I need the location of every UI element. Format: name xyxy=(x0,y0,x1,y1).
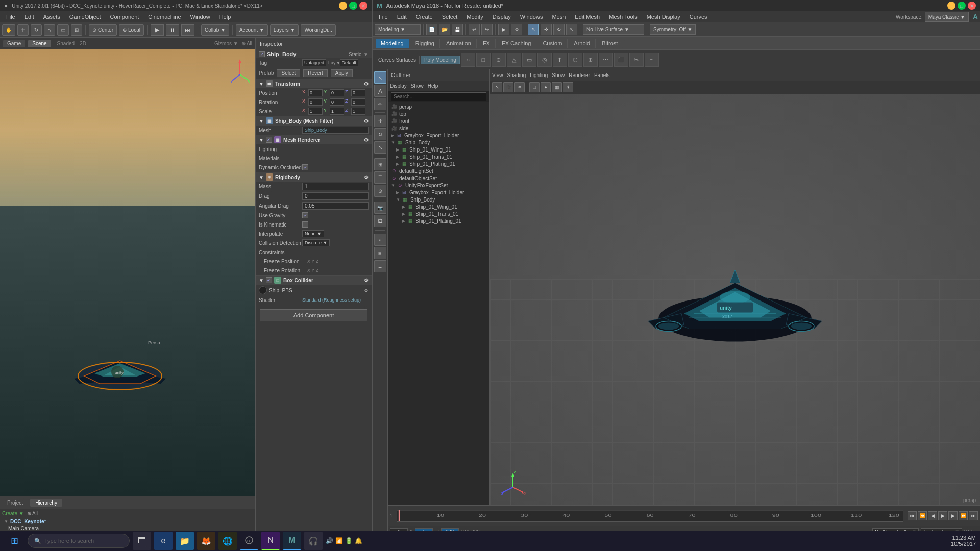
vp-grid[interactable]: # xyxy=(514,82,525,92)
vp-smooth[interactable]: ● xyxy=(541,82,551,92)
task-view-btn[interactable]: 🗔 xyxy=(133,532,151,550)
open-scene-btn[interactable]: 📂 xyxy=(439,24,450,35)
outliner-menu-help[interactable]: Help xyxy=(428,83,438,89)
viewport-3d[interactable]: unity 2017 xyxy=(490,94,980,505)
outliner-persp[interactable]: 🎥 persp xyxy=(388,103,489,110)
shelf-tab-curves[interactable]: Curves Surfaces xyxy=(375,56,420,64)
maya-menu-editmesh[interactable]: Edit Mesh xyxy=(571,13,604,21)
explorer-btn[interactable]: 📁 xyxy=(176,532,194,550)
prev-key-btn[interactable]: ⏪ xyxy=(918,511,927,520)
maya-menu-curves[interactable]: Curves xyxy=(685,13,712,21)
shelf-torus-btn[interactable]: ◎ xyxy=(537,53,552,67)
module-tab-custom[interactable]: Custom xyxy=(537,39,568,48)
apply-btn[interactable]: Apply xyxy=(331,69,353,77)
outliner-default-object-set[interactable]: ⊙ defaultObjectSet xyxy=(388,174,489,182)
collision-dropdown[interactable]: Discrete ▼ xyxy=(302,239,330,246)
audio-btn[interactable]: 🎧 xyxy=(304,532,323,550)
tag-field[interactable]: Untagged xyxy=(302,59,326,66)
maya-menu-meshtools[interactable]: Mesh Tools xyxy=(605,13,641,21)
shelf-multicut-btn[interactable]: ✂ xyxy=(629,53,644,67)
transform-header[interactable]: ▼ ⇄ Transform ⚙ xyxy=(256,79,372,88)
next-frame-btn[interactable]: ▶ xyxy=(948,511,958,520)
pos-x-field[interactable] xyxy=(308,89,323,96)
unity-close-btn[interactable]: ✕ xyxy=(359,2,368,10)
go-to-end-btn[interactable]: ⏭ xyxy=(969,511,978,520)
onenote-btn[interactable]: N xyxy=(261,532,280,550)
mesh-field[interactable]: Ship_Body xyxy=(302,127,369,134)
shelf-sphere-btn[interactable]: ○ xyxy=(461,53,475,67)
collab-btn[interactable]: Collab ▼ xyxy=(201,24,229,36)
render-view[interactable]: 🖼 xyxy=(374,215,386,227)
redo-btn[interactable]: ↪ xyxy=(481,24,493,35)
scene-tab-game[interactable]: Game xyxy=(3,40,25,47)
render-settings-btn[interactable]: ⚙ xyxy=(511,24,522,35)
is-kinematic-checkbox[interactable] xyxy=(302,221,308,228)
meshrenderer-gear-icon[interactable]: ⚙ xyxy=(364,137,369,143)
timeline-track[interactable]: 10 20 30 40 50 60 70 80 90 100 110 120 xyxy=(397,510,903,522)
shelf-plane-btn[interactable]: ▭ xyxy=(522,53,536,67)
pos-y-field[interactable] xyxy=(330,89,344,96)
maya-maximize-btn[interactable]: □ xyxy=(958,2,966,10)
account-btn[interactable]: Account ▼ xyxy=(236,24,268,36)
move-tool-btn[interactable]: ✛ xyxy=(17,24,29,36)
outliner-side[interactable]: 🎥 side xyxy=(388,124,489,132)
vp-lighting[interactable]: ☀ xyxy=(563,82,573,92)
unity-menu-edit[interactable]: Edit xyxy=(20,13,38,21)
shelf-extrude-btn[interactable]: ⬆ xyxy=(553,53,567,67)
boxcollider-toggle[interactable] xyxy=(266,277,272,283)
scale-left[interactable]: ⤡ xyxy=(374,141,386,154)
pause-btn[interactable]: ⏸ xyxy=(166,24,179,36)
maya-close-btn[interactable]: ✕ xyxy=(968,2,976,10)
save-scene-btn[interactable]: 💾 xyxy=(452,24,463,35)
outliner-plating[interactable]: ▶ ▦ Ship_01_Plating_01 xyxy=(388,160,489,167)
module-tab-modeling[interactable]: Modeling xyxy=(376,39,409,48)
dynamic-occluded-checkbox[interactable] xyxy=(302,164,308,170)
maya-menu-select[interactable]: Select xyxy=(438,13,462,21)
outliner-wing2[interactable]: ▶ ▦ Ship_01_Wing_01 xyxy=(388,203,489,210)
vp-menu-view[interactable]: View xyxy=(492,72,503,78)
maya-menu-mesh[interactable]: Mesh xyxy=(548,13,570,21)
layout-btn[interactable]: WorkingDi... xyxy=(301,24,335,36)
chrome-btn[interactable]: 🌐 xyxy=(218,532,237,550)
hand-tool-btn[interactable]: ✋ xyxy=(2,24,15,36)
shelf-tab-polymodeling[interactable]: Poly Modeling xyxy=(421,56,460,64)
scale-tool-btn[interactable]: ⤡ xyxy=(566,24,577,35)
play-btn[interactable]: ▶ xyxy=(151,24,164,36)
prev-frame-btn[interactable]: ◀ xyxy=(928,511,937,520)
vp-camera[interactable]: 🎥 xyxy=(503,82,513,92)
lasso-tool[interactable]: ⋀ xyxy=(374,85,386,97)
outliner-ship-body2[interactable]: ▼ ▦ Ship_Body xyxy=(388,196,489,203)
snap-point[interactable]: ⊙ xyxy=(374,185,386,197)
go-to-start-btn[interactable]: ⏮ xyxy=(908,511,917,520)
paint-tool[interactable]: ✏ xyxy=(374,98,386,110)
rigidbody-gear-icon[interactable]: ⚙ xyxy=(364,174,369,180)
layout-single-btn[interactable]: ▪ xyxy=(374,234,386,246)
pivot-center-btn[interactable]: ⊙ Center xyxy=(89,24,117,36)
network-icon[interactable]: 📶 xyxy=(335,537,343,544)
mass-field[interactable] xyxy=(302,183,369,190)
static-dropdown-icon[interactable]: ▼ xyxy=(363,52,369,57)
rotate-left[interactable]: ↻ xyxy=(374,128,386,140)
live-surface-dropdown[interactable]: No Live Surface ▼ xyxy=(583,24,644,35)
unity-menu-help[interactable]: Help xyxy=(215,13,235,21)
unity-menu-window[interactable]: Window xyxy=(186,13,214,21)
module-tab-fxcaching[interactable]: FX Caching xyxy=(497,39,536,48)
outliner-wing[interactable]: ▶ ▦ Ship_01_Wing_01 xyxy=(388,146,489,153)
outliner-menu-show[interactable]: Show xyxy=(411,83,424,89)
move-tool-btn[interactable]: ✛ xyxy=(541,24,552,35)
transform-gear-icon[interactable]: ⚙ xyxy=(364,81,369,87)
unity-taskbar-btn[interactable]: U xyxy=(240,532,258,550)
boxcollider-header[interactable]: ▼ □ Box Collider ⚙ xyxy=(256,276,372,285)
outliner-default-light-set[interactable]: ⊙ defaultLightSet xyxy=(388,167,489,174)
layout-stacked-btn[interactable]: ☰ xyxy=(374,260,386,272)
rect-tool-btn[interactable]: ▭ xyxy=(57,24,69,36)
maya-menu-edit[interactable]: Edit xyxy=(393,13,411,21)
module-tab-rigging[interactable]: Rigging xyxy=(410,39,440,48)
maya-menu-meshdisplay[interactable]: Mesh Display xyxy=(643,13,684,21)
multi-tool-btn[interactable]: ⊞ xyxy=(71,24,82,36)
shelf-smooth-btn[interactable]: ~ xyxy=(645,53,659,67)
maya-menu-modify[interactable]: Modify xyxy=(462,13,487,21)
vp-textured[interactable]: ▦ xyxy=(552,82,562,92)
speaker-icon[interactable]: 🔊 xyxy=(326,537,333,544)
material-gear-icon[interactable]: ⚙ xyxy=(364,288,369,293)
